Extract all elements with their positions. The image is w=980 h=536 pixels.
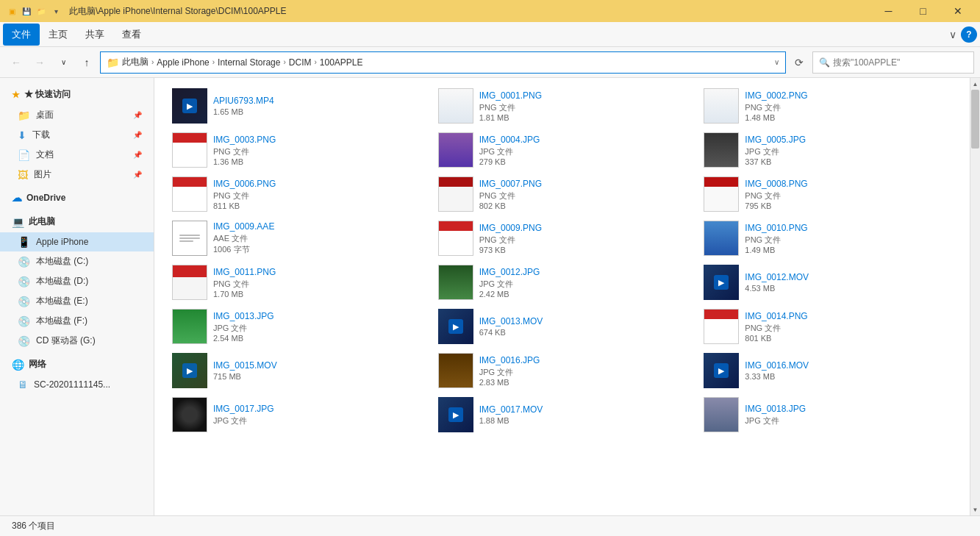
breadcrumb-thispc[interactable]: 此电脑: [122, 56, 149, 68]
address-box[interactable]: 📁 此电脑 › Apple iPhone › Internal Storage …: [100, 51, 786, 74]
close-button[interactable]: ✕: [941, 0, 974, 22]
file-type: JPG 文件: [479, 279, 693, 290]
sidebar-item-netpc[interactable]: 🖥 SC-20201111145...: [0, 375, 154, 394]
file-item[interactable]: IMG_0009.PNG PNG 文件 973 KB: [432, 216, 698, 260]
maximize-button[interactable]: □: [906, 0, 940, 22]
help-button[interactable]: ?: [961, 26, 977, 43]
sidebar-item-drive-c[interactable]: 💿 本地磁盘 (C:): [0, 251, 154, 271]
sidebar-item-drive-g[interactable]: 💿 CD 驱动器 (G:): [0, 331, 154, 351]
file-item[interactable]: IMG_0010.PNG PNG 文件 1.49 MB: [698, 216, 964, 260]
breadcrumb-iphone[interactable]: Apple iPhone: [157, 57, 209, 68]
file-item[interactable]: IMG_0005.JPG JPG 文件 337 KB: [698, 128, 964, 172]
file-item[interactable]: IMG_0011.PNG PNG 文件 1.70 MB: [166, 260, 432, 304]
sidebar-item-desktop[interactable]: 📁 桌面 📌: [0, 105, 154, 125]
file-item[interactable]: IMG_0016.JPG JPG 文件 2.83 MB: [432, 349, 698, 393]
file-item[interactable]: ▶ IMG_0016.MOV 3.33 MB: [698, 349, 964, 393]
sidebar-item-downloads[interactable]: ⬇ 下载 📌: [0, 125, 154, 145]
breadcrumb-storage[interactable]: Internal Storage: [218, 57, 280, 68]
forward-button[interactable]: →: [29, 52, 50, 73]
menu-share[interactable]: 共享: [76, 24, 113, 46]
sidebar-quickaccess-title[interactable]: ★ ★ 快速访问: [0, 84, 154, 105]
pin-icon: 📌: [133, 151, 142, 159]
scroll-thumb[interactable]: [971, 90, 979, 149]
file-item[interactable]: IMG_0008.PNG PNG 文件 795 KB: [698, 172, 964, 216]
file-item[interactable]: ▶ IMG_0012.MOV 4.53 MB: [698, 260, 964, 304]
pc-icon: 💻: [12, 216, 24, 228]
file-name: IMG_0013.JPG: [213, 311, 426, 321]
search-box[interactable]: 🔍: [812, 51, 974, 74]
scroll-track[interactable]: [970, 90, 980, 504]
menu-chevron[interactable]: ∨: [949, 29, 956, 40]
file-item[interactable]: IMG_0017.JPG JPG 文件: [166, 393, 432, 437]
file-name: IMG_0018.JPG: [745, 404, 958, 414]
file-item[interactable]: IMG_0013.JPG JPG 文件 2.54 MB: [166, 304, 432, 349]
title-bar: ▣ 💾 📁 ▾ 此电脑\Apple iPhone\Internal Storag…: [0, 0, 980, 22]
file-size: 1.48 MB: [745, 113, 958, 122]
back-button[interactable]: ←: [6, 52, 26, 73]
title-icon-dropdown[interactable]: ▾: [50, 5, 62, 17]
file-info: IMG_0001.PNG PNG 文件 1.81 MB: [479, 90, 693, 122]
file-item[interactable]: ▶ IMG_0015.MOV 715 MB: [166, 349, 432, 393]
file-info: IMG_0011.PNG PNG 文件 1.70 MB: [213, 267, 426, 299]
file-item[interactable]: IMG_0014.PNG PNG 文件 801 KB: [698, 304, 964, 349]
sidebar-item-apple-iphone[interactable]: 📱 Apple iPhone: [0, 232, 154, 251]
up-button[interactable]: ↑: [76, 52, 97, 73]
sidebar-item-pictures[interactable]: 🖼 图片 📌: [0, 165, 154, 185]
breadcrumb-100apple[interactable]: 100APPLE: [320, 57, 363, 68]
file-item[interactable]: IMG_0002.PNG PNG 文件 1.48 MB: [698, 84, 964, 128]
nav-dropdown[interactable]: ∨: [53, 52, 74, 73]
sidebar-item-drive-f[interactable]: 💿 本地磁盘 (F:): [0, 311, 154, 331]
file-name: IMG_0009.AAE: [213, 221, 426, 232]
file-item[interactable]: ▶ IMG_0013.MOV 674 KB: [432, 304, 698, 349]
file-name: IMG_0011.PNG: [213, 267, 426, 277]
file-name: IMG_0002.PNG: [745, 90, 958, 101]
scrollbar[interactable]: ▲ ▼: [970, 78, 980, 515]
file-info: IMG_0002.PNG PNG 文件 1.48 MB: [745, 90, 958, 122]
file-item[interactable]: IMG_0004.JPG JPG 文件 279 KB: [432, 128, 698, 172]
file-size: 279 KB: [479, 157, 693, 166]
doc-icon: 📄: [18, 149, 30, 161]
menu-view[interactable]: 查看: [113, 24, 150, 46]
refresh-button[interactable]: ⟳: [789, 52, 809, 73]
sidebar-thispc-title[interactable]: 💻 此电脑: [0, 211, 154, 232]
file-info: IMG_0004.JPG JPG 文件 279 KB: [479, 135, 693, 166]
file-name: IMG_0008.PNG: [745, 179, 958, 189]
file-item[interactable]: IMG_0018.JPG JPG 文件: [698, 393, 964, 437]
file-item[interactable]: IMG_0009.AAE AAE 文件 1006 字节: [166, 216, 432, 260]
file-info: IMG_0009.AAE AAE 文件 1006 字节: [213, 221, 426, 255]
menu-file[interactable]: 文件: [3, 24, 40, 46]
main-area: ★ ★ 快速访问 📁 桌面 📌 ⬇ 下载 📌 📄 文档 📌 🖼 图片 📌 ☁ O…: [0, 78, 980, 515]
search-input[interactable]: [833, 57, 968, 68]
file-info: IMG_0016.MOV 3.33 MB: [745, 360, 958, 381]
sidebar-item-documents[interactable]: 📄 文档 📌: [0, 145, 154, 165]
title-icon-1: ▣: [6, 5, 18, 17]
file-type: JPG 文件: [213, 323, 426, 334]
search-icon: 🔍: [819, 57, 830, 68]
file-type: PNG 文件: [213, 279, 426, 290]
file-item[interactable]: IMG_0007.PNG PNG 文件 802 KB: [432, 172, 698, 216]
title-icon-2: 💾: [21, 5, 32, 17]
sidebar-network-title[interactable]: 🌐 网络: [0, 354, 154, 375]
scroll-down-button[interactable]: ▼: [970, 504, 981, 515]
sidebar-onedrive-title[interactable]: ☁ OneDrive: [0, 187, 154, 208]
breadcrumb-dcim[interactable]: DCIM: [289, 57, 312, 68]
file-item[interactable]: IMG_0012.JPG JPG 文件 2.42 MB: [432, 260, 698, 304]
file-type: JPG 文件: [479, 146, 693, 157]
file-item[interactable]: ▶ APIU6793.MP4 1.65 MB: [166, 84, 432, 128]
file-item[interactable]: ▶ IMG_0017.MOV 1.88 MB: [432, 393, 698, 437]
file-item[interactable]: IMG_0003.PNG PNG 文件 1.36 MB: [166, 128, 432, 172]
sidebar-item-drive-d[interactable]: 💿 本地磁盘 (D:): [0, 271, 154, 291]
file-size: 715 MB: [213, 372, 426, 381]
file-size: 811 KB: [213, 201, 426, 210]
file-name: IMG_0012.MOV: [745, 272, 958, 282]
scroll-up-button[interactable]: ▲: [970, 78, 981, 90]
menu-home[interactable]: 主页: [40, 24, 76, 46]
file-info: IMG_0005.JPG JPG 文件 337 KB: [745, 135, 958, 166]
minimize-button[interactable]: ─: [872, 0, 905, 22]
file-item[interactable]: IMG_0006.PNG PNG 文件 811 KB: [166, 172, 432, 216]
sidebar-item-drive-e[interactable]: 💿 本地磁盘 (E:): [0, 291, 154, 311]
drive-icon: 💿: [18, 315, 30, 327]
file-type: PNG 文件: [745, 235, 958, 246]
file-item[interactable]: IMG_0001.PNG PNG 文件 1.81 MB: [432, 84, 698, 128]
address-dropdown[interactable]: ∨: [774, 58, 779, 66]
